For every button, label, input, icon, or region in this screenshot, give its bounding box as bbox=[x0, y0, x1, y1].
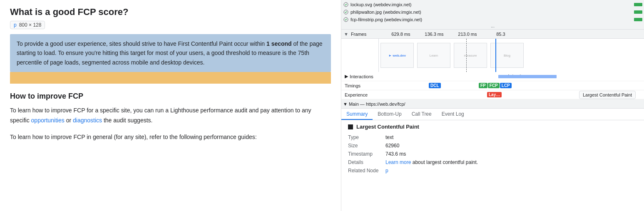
badge-fcp: FCP bbox=[488, 83, 500, 88]
learn-more-link[interactable]: Learn more bbox=[385, 159, 411, 165]
experience-label: Experience bbox=[341, 92, 379, 97]
summary-related-row: Related Node p bbox=[348, 166, 637, 175]
details-post-text: about largest contentful paint. bbox=[413, 159, 478, 165]
timing-badges: DCL bbox=[429, 83, 441, 88]
network-label-1: lockup.svg (webdev.imgix.net) bbox=[351, 2, 642, 7]
frames-header: ▼ Frames 629.8 ms 136.3 ms 213.0 ms 85.3 bbox=[341, 30, 644, 39]
interactions-row: ▶ Interactions Animation bbox=[341, 72, 644, 81]
timing-badges-fcp: FP FCP LCP bbox=[479, 83, 512, 88]
element-tooltip: p 800 × 128 bbox=[10, 21, 45, 29]
badge-fp: FP bbox=[479, 83, 487, 88]
frames-timestamps: 629.8 ms 136.3 ms 213.0 ms 85.3 bbox=[384, 32, 644, 37]
opportunities-link[interactable]: opportunities bbox=[31, 117, 65, 124]
network-strip: lockup.svg (webdev.imgix.net) philipwalt… bbox=[341, 0, 644, 30]
frame-label-col bbox=[341, 39, 379, 72]
summary-size-row: Size 62960 bbox=[348, 141, 637, 150]
tab-summary[interactable]: Summary bbox=[341, 109, 373, 120]
highlight-text: To provide a good user experience, sites… bbox=[17, 39, 324, 67]
experience-row: Experience Lay… Largest Contentful Paint bbox=[341, 90, 644, 99]
timings-row: Timings DCL FP FCP LCP bbox=[341, 81, 644, 90]
network-bar-2 bbox=[634, 10, 642, 14]
tooltip-dimensions: 800 × 128 bbox=[19, 22, 42, 28]
ts-3: 213.0 ms bbox=[451, 32, 484, 37]
frame-thumb-1: ► web.dev bbox=[380, 43, 414, 68]
highlight-block: To provide a good user experience, sites… bbox=[10, 34, 331, 72]
network-label-2: philipwalton.jpg (webdev.imgix.net) bbox=[351, 10, 642, 15]
details-label: Details bbox=[348, 159, 385, 165]
page-title: What is a good FCP score? bbox=[10, 7, 331, 17]
frame-thumb-3: measure bbox=[454, 43, 487, 68]
frames-strip: ► web.dev Learn measure Blog bbox=[379, 39, 644, 72]
dashed-line bbox=[466, 39, 467, 72]
right-panel: lockup.svg (webdev.imgix.net) philipwalt… bbox=[341, 0, 644, 211]
file-icon-1 bbox=[343, 2, 349, 7]
size-label: Size bbox=[348, 143, 385, 149]
interactions-content: Animation bbox=[379, 72, 644, 81]
file-icon-3 bbox=[343, 17, 349, 22]
file-icon-2 bbox=[343, 9, 349, 15]
frames-content: ► web.dev Learn measure Blog bbox=[341, 39, 644, 72]
orange-block bbox=[10, 72, 331, 84]
badge-dcl: DCL bbox=[429, 83, 441, 88]
frames-label: Frames bbox=[351, 32, 384, 37]
experience-content: Lay… Largest Contentful Paint bbox=[379, 90, 644, 99]
tooltip-tag-label: p bbox=[14, 22, 17, 28]
details-content: Learn more about largest contentful pain… bbox=[385, 159, 478, 165]
animation-bar bbox=[498, 75, 557, 78]
diagnostics-link[interactable]: diagnostics bbox=[73, 117, 102, 124]
left-panel: What is a good FCP score? p 800 × 128 To… bbox=[0, 0, 341, 211]
frames-expand-icon[interactable]: ▼ bbox=[341, 32, 351, 37]
summary-black-square bbox=[348, 124, 353, 129]
summary-heading: Largest Contentful Paint bbox=[356, 124, 419, 130]
ts-1: 629.8 ms bbox=[384, 32, 418, 37]
ts-4: 85.3 bbox=[484, 32, 517, 37]
type-value: text bbox=[385, 134, 393, 140]
summary-timestamp-row: Timestamp 743.6 ms bbox=[348, 150, 637, 158]
related-value: p bbox=[385, 168, 388, 174]
interactions-label: ▶ Interactions bbox=[341, 74, 379, 79]
network-row-3: fcp-filmstrip.png (webdev.imgix.net) bbox=[341, 16, 644, 23]
badge-lcp: LCP bbox=[500, 83, 512, 88]
timings-label: Timings bbox=[341, 83, 379, 88]
summary-type-row: Type text bbox=[348, 133, 637, 141]
network-row-2: philipwalton.jpg (webdev.imgix.net) bbox=[341, 8, 644, 16]
timestamp-value: 743.6 ms bbox=[385, 151, 406, 157]
related-label: Related Node bbox=[348, 168, 385, 174]
network-bar-3 bbox=[634, 18, 642, 21]
tab-call-tree[interactable]: Call Tree bbox=[407, 109, 437, 120]
lay-badge: Lay… bbox=[487, 92, 502, 97]
timestamp-label: Timestamp bbox=[348, 151, 385, 157]
main-label: ▼ Main — https://web.dev/fcp/ bbox=[343, 102, 405, 107]
summary-title: Largest Contentful Paint bbox=[348, 124, 637, 130]
vertical-indicator-line bbox=[495, 39, 496, 72]
network-row-1: lockup.svg (webdev.imgix.net) bbox=[341, 1, 644, 8]
frame-thumb-2: Learn bbox=[417, 43, 450, 68]
ts-2: 136.3 ms bbox=[418, 32, 451, 37]
interactions-expand[interactable]: ▶ bbox=[345, 74, 348, 79]
type-label: Type bbox=[348, 134, 385, 140]
summary-panel: Largest Contentful Paint Type text Size … bbox=[341, 120, 644, 211]
tabs-row: Summary Bottom-Up Call Tree Event Log bbox=[341, 109, 644, 120]
body-text-1: To learn how to improve FCP for a specif… bbox=[10, 106, 331, 126]
size-value: 62960 bbox=[385, 143, 399, 149]
timings-content: DCL FP FCP LCP bbox=[379, 81, 644, 90]
summary-details-row: Details Learn more about largest content… bbox=[348, 158, 637, 166]
network-dots: ... bbox=[341, 23, 644, 28]
main-section-header: ▼ Main — https://web.dev/fcp/ bbox=[341, 99, 644, 109]
lcp-tooltip: Largest Contentful Paint bbox=[579, 91, 636, 99]
network-bar-1 bbox=[634, 3, 642, 6]
section2-heading: How to improve FCP bbox=[10, 92, 331, 101]
network-label-3: fcp-filmstrip.png (webdev.imgix.net) bbox=[351, 17, 642, 22]
tab-bottom-up[interactable]: Bottom-Up bbox=[373, 109, 406, 120]
body-text-2: To learn how to improve FCP in general (… bbox=[10, 132, 331, 142]
tab-event-log[interactable]: Event Log bbox=[437, 109, 469, 120]
